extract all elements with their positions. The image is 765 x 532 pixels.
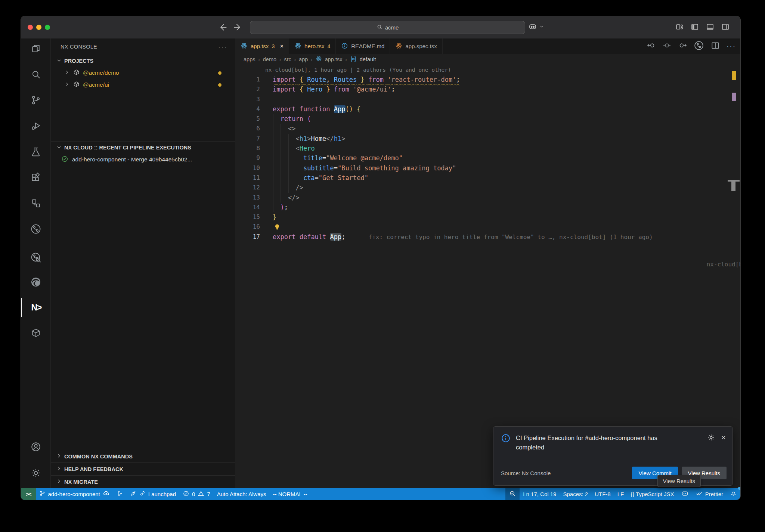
indentation-status[interactable]: Spaces: 2 bbox=[560, 488, 591, 500]
code-line-7[interactable]: 7 <h1>Home</h1> bbox=[235, 134, 740, 143]
chevron-right-icon bbox=[64, 69, 70, 77]
cloud-upload-icon bbox=[103, 490, 110, 498]
edge-tools-icon[interactable] bbox=[21, 272, 50, 292]
eol-status[interactable]: LF bbox=[614, 488, 628, 500]
maximize-window-button[interactable] bbox=[45, 25, 50, 30]
overview-ruler-warning-mark bbox=[732, 71, 736, 80]
copilot-menu[interactable] bbox=[528, 22, 544, 33]
run-debug-icon[interactable] bbox=[21, 116, 50, 136]
close-icon[interactable]: × bbox=[280, 43, 284, 50]
close-window-button[interactable] bbox=[28, 25, 33, 30]
code-line-3[interactable]: 3 bbox=[235, 95, 740, 104]
launchpad-status[interactable]: Launchpad bbox=[127, 488, 179, 500]
next-change-icon[interactable] bbox=[678, 41, 687, 52]
navigate-forward-icon[interactable] bbox=[232, 22, 243, 33]
breadcrumb-item[interactable]: app.tsx bbox=[325, 56, 343, 62]
notification-settings-gear-icon[interactable] bbox=[707, 433, 715, 443]
code-line-6[interactable]: 6 <> bbox=[235, 124, 740, 133]
notifications-bell[interactable] bbox=[727, 488, 740, 500]
code-line-16[interactable]: 16 bbox=[235, 222, 740, 232]
language-mode-status[interactable]: {} TypeScript JSX bbox=[627, 488, 677, 500]
tab-app-tsx[interactable]: app.tsx 3 × bbox=[235, 38, 289, 54]
customize-layout-icon[interactable] bbox=[675, 22, 684, 31]
copilot-status[interactable] bbox=[678, 488, 692, 500]
section-projects[interactable]: PROJECTS bbox=[51, 55, 235, 67]
react-icon bbox=[294, 42, 301, 50]
code-line-17[interactable]: 17export default App;fix: correct typo i… bbox=[235, 232, 740, 242]
gitlens-icon[interactable] bbox=[21, 248, 50, 267]
zoom-out-status[interactable] bbox=[505, 488, 520, 500]
section-nx-cloud[interactable]: NX CLOUD :: RECENT CI PIPELINE EXECUTION… bbox=[51, 142, 235, 154]
code-line-15[interactable]: 15} bbox=[235, 212, 740, 222]
breadcrumb-item[interactable]: app bbox=[299, 56, 308, 62]
code-line-14[interactable]: 14 ); bbox=[235, 202, 740, 212]
tab-readme-md[interactable]: README.md bbox=[336, 38, 390, 54]
git-branch-status[interactable]: add-hero-component bbox=[36, 488, 113, 500]
nx-console-icon[interactable]: N> bbox=[21, 298, 51, 317]
tab-app-spec-tsx[interactable]: app.spec.tsx bbox=[390, 38, 442, 54]
toggle-secondary-sidebar-icon[interactable] bbox=[721, 22, 730, 31]
encoding-status[interactable]: UTF-8 bbox=[591, 488, 614, 500]
auto-attach-status[interactable]: Auto Attach: Always bbox=[214, 488, 270, 500]
code-line-12[interactable]: 12 /> bbox=[235, 183, 740, 192]
tab-hero-tsx[interactable]: hero.tsx 4 bbox=[289, 38, 336, 54]
section-nx-migrate[interactable]: NX MIGRATE bbox=[51, 475, 235, 488]
code-line-8[interactable]: 8 <Hero bbox=[235, 143, 740, 153]
account-icon[interactable] bbox=[21, 437, 50, 457]
breadcrumb-item[interactable]: apps bbox=[244, 56, 255, 62]
explorer-icon[interactable] bbox=[21, 39, 50, 58]
remote-indicator[interactable]: >< bbox=[21, 488, 36, 500]
extensions-icon[interactable] bbox=[21, 168, 50, 187]
line-number: 14 bbox=[235, 202, 260, 212]
cursor-position-status[interactable]: Ln 17, Col 19 bbox=[520, 488, 560, 500]
minimize-window-button[interactable] bbox=[36, 25, 41, 30]
code-line-13[interactable]: 13 </> bbox=[235, 193, 740, 202]
source-control-icon[interactable] bbox=[21, 90, 50, 110]
sidebar-nx-console: NX CONSOLE ··· PROJECTS @acme/demo @acme… bbox=[51, 38, 235, 488]
breadcrumb-item[interactable]: demo bbox=[263, 56, 276, 62]
code-editor[interactable]: nx-cloud[bot], 1 hour ago | 2 authors (Y… bbox=[235, 65, 740, 488]
current-change-icon[interactable] bbox=[662, 41, 672, 52]
code-line-1[interactable]: 1import { Route, Routes } from 'react-ro… bbox=[235, 75, 740, 84]
more-actions-icon[interactable]: ··· bbox=[727, 42, 736, 50]
line-number: 10 bbox=[235, 163, 260, 173]
code-line-5[interactable]: 5 return ( bbox=[235, 114, 740, 124]
breadcrumb-item[interactable]: src bbox=[284, 56, 291, 62]
code-line-11[interactable]: 11 cta="Get Started" bbox=[235, 173, 740, 183]
titlebar: acme bbox=[21, 16, 740, 39]
gitlens-graph-status[interactable] bbox=[113, 488, 127, 500]
gitlens-graph-icon[interactable] bbox=[694, 40, 704, 52]
problems-status[interactable]: 0 7 bbox=[179, 488, 214, 500]
section-help-and-feedback[interactable]: HELP AND FEEDBACK bbox=[51, 463, 235, 475]
code-line-10[interactable]: 10 subtitle="Build something amazing tod… bbox=[235, 163, 740, 173]
package-explorer-icon[interactable] bbox=[21, 323, 50, 343]
breadcrumb-item[interactable]: default bbox=[360, 56, 376, 62]
lightbulb-icon[interactable] bbox=[273, 222, 281, 232]
code-line-4[interactable]: 4export function App() { bbox=[235, 104, 740, 114]
code-line-2[interactable]: 2import { Hero } from '@acme/ui'; bbox=[235, 84, 740, 94]
more-actions-icon[interactable]: ··· bbox=[218, 43, 227, 51]
code-line-9[interactable]: 9 title="Welcome @acme/demo" bbox=[235, 153, 740, 163]
notification-close-icon[interactable]: × bbox=[721, 433, 726, 441]
search-query: acme bbox=[385, 24, 399, 31]
previous-change-icon[interactable] bbox=[647, 41, 656, 52]
vim-mode-status[interactable]: -- NORMAL -- bbox=[269, 488, 310, 500]
navigate-back-icon[interactable] bbox=[218, 22, 228, 33]
toggle-panel-icon[interactable] bbox=[706, 22, 715, 31]
editor-group: app.tsx 3 × hero.tsx 4 README.md app.spe… bbox=[235, 38, 740, 488]
testing-icon[interactable] bbox=[21, 142, 50, 161]
prettier-status[interactable]: Prettier bbox=[692, 488, 727, 500]
nx-cloud-pipeline-icon[interactable] bbox=[21, 219, 50, 239]
section-common-nx-commands[interactable]: COMMON NX COMMANDS bbox=[51, 450, 235, 463]
warning-icon bbox=[198, 490, 204, 498]
references-icon[interactable] bbox=[21, 194, 50, 213]
project-item-acme-demo[interactable]: @acme/demo bbox=[51, 67, 235, 79]
project-item-acme-ui[interactable]: @acme/ui bbox=[51, 79, 235, 91]
toggle-primary-sidebar-icon[interactable] bbox=[690, 22, 699, 31]
line-number: 11 bbox=[235, 173, 260, 183]
pipeline-execution-item[interactable]: add-hero-component - Merge 409b44e5cb02.… bbox=[51, 154, 235, 166]
settings-gear-icon[interactable] bbox=[21, 463, 50, 483]
command-center-search[interactable]: acme bbox=[250, 21, 525, 34]
search-icon[interactable] bbox=[21, 65, 50, 84]
split-editor-icon[interactable] bbox=[710, 41, 720, 52]
